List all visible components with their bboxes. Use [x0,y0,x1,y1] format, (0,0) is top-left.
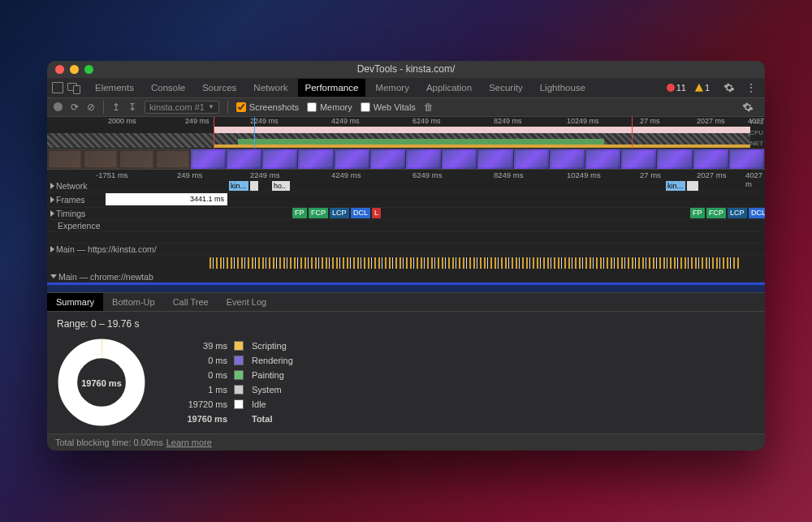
tab-security[interactable]: Security [482,79,530,97]
device-toggle-icon[interactable] [67,83,80,93]
warning-badge[interactable]: 1 [695,83,710,93]
summary-panel: Range: 0 – 19.76 s 19760 ms 39 msScripti… [47,312,765,434]
main-thread-1[interactable]: Main — https://kinsta.com/ [47,244,765,255]
performance-toolbar: ⟳ ⊘ ↥ ↧ kinsta.com #1▼ Screenshots Memor… [47,98,765,118]
main-thread-2[interactable]: Main — chrome://newtab [47,271,765,283]
details-tab-summary[interactable]: Summary [47,293,103,311]
tab-application[interactable]: Application [419,79,479,97]
marker-line [214,117,214,149]
flame-chart-2[interactable] [47,283,765,292]
record-button[interactable] [54,102,63,111]
screenshots-filmstrip[interactable] [47,149,765,170]
frames-track[interactable]: Frames 3441.1 ms [47,192,765,208]
window-title: DevTools - kinsta.com/ [47,63,765,75]
overview-row-labels: FPSCPUNET [749,117,763,149]
save-profile-button[interactable]: ↧ [128,101,136,113]
legend-swatch [234,356,244,365]
timing-chip-fcp[interactable]: FCP [706,208,726,218]
network-request-bar[interactable]: kin... [229,181,248,191]
webvitals-checkbox[interactable]: Web Vitals [361,102,416,112]
settings-icon[interactable] [723,82,735,93]
recording-select[interactable]: kinsta.com #1▼ [145,101,219,114]
cpu-strip [47,133,750,148]
tracks-panel: Network kin...ho..kin... Frames 3441.1 m… [47,180,765,292]
more-icon[interactable]: ⋮ [742,81,760,94]
tbt-label: Total blocking time: 0.00ms [55,438,163,447]
details-tab-event-log[interactable]: Event Log [218,293,276,311]
timing-chip-fp[interactable]: FP [292,208,307,218]
tab-memory[interactable]: Memory [368,79,417,97]
tab-elements[interactable]: Elements [88,79,141,97]
details-tab-call-tree[interactable]: Call Tree [164,293,218,311]
screenshots-checkbox[interactable]: Screenshots [236,102,299,112]
range-label: Range: 0 – 19.76 s [57,318,755,330]
error-badge[interactable]: 11 [667,83,686,93]
summary-legend: 39 msScripting0 msRendering0 msPainting1… [179,341,317,424]
titlebar: DevTools - kinsta.com/ [47,61,765,78]
legend-swatch [234,399,244,409]
overview-minimap[interactable]: 2000 ms249 ms2249 ms4249 ms6249 ms8249 m… [47,117,765,149]
time-donut-chart: 19760 ms [57,338,146,427]
detail-ruler[interactable]: -1751 ms249 ms2249 ms4249 ms6249 ms8249 … [47,170,765,180]
experience-track[interactable]: Experience [47,220,765,232]
network-request-bar[interactable]: ho.. [272,181,290,191]
panel-tabbar: ElementsConsoleSourcesNetworkPerformance… [47,78,765,98]
network-request-bar[interactable] [250,181,258,191]
timing-chip-l[interactable]: L [372,208,381,218]
tab-sources[interactable]: Sources [195,79,244,97]
svg-text:19760 ms: 19760 ms [81,378,122,388]
reload-record-button[interactable]: ⟳ [71,101,79,113]
marker-line [632,117,633,149]
frame-tooltip: 3441.1 ms [106,193,227,205]
timings-track[interactable]: Timings FPFCPLCPDCLLFPFCPLCPDCLL [47,208,765,220]
timing-chip-dcl[interactable]: DCL [749,208,765,218]
inspect-element-icon[interactable] [52,82,63,93]
timing-chip-fcp[interactable]: FCP [309,208,328,218]
clear-button[interactable]: ⊘ [87,101,95,113]
details-tab-bottom-up[interactable]: Bottom-Up [103,293,164,311]
marker-line [254,117,255,149]
tab-lighthouse[interactable]: Lighthouse [533,79,593,97]
tab-performance[interactable]: Performance [298,79,366,97]
timing-chip-fp[interactable]: FP [690,208,705,218]
timing-chip-lcp[interactable]: LCP [728,208,747,218]
learn-more-link[interactable]: Learn more [166,438,212,447]
overview-ruler: 2000 ms249 ms2249 ms4249 ms6249 ms8249 m… [47,117,765,127]
gc-button[interactable]: 🗑 [424,101,434,113]
load-profile-button[interactable]: ↥ [112,101,120,113]
legend-swatch [234,341,244,351]
flame-chart-1[interactable] [47,255,765,271]
timing-chip-lcp[interactable]: LCP [330,208,349,218]
devtools-window: DevTools - kinsta.com/ ElementsConsoleSo… [47,61,765,451]
network-track[interactable]: Network kin...ho..kin... [47,180,765,192]
status-bar: Total blocking time: 0.00ms Learn more [47,434,765,451]
network-request-bar[interactable] [687,181,698,191]
capture-settings-icon[interactable] [742,101,754,113]
legend-swatch [234,370,244,380]
fps-strip [214,127,750,133]
timing-chip-dcl[interactable]: DCL [351,208,370,218]
tab-network[interactable]: Network [246,79,295,97]
details-tabbar: SummaryBottom-UpCall TreeEvent Log [47,292,765,312]
memory-checkbox[interactable]: Memory [307,102,352,112]
legend-swatch [234,385,244,395]
network-request-bar[interactable]: kin... [666,181,685,191]
tab-console[interactable]: Console [144,79,192,97]
